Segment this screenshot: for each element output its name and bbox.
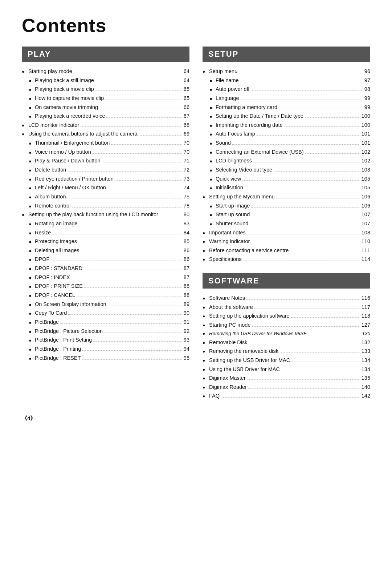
toc-label: How to capture the movie clip	[35, 94, 104, 103]
bullet-square: ■	[28, 319, 35, 326]
bullet-circle: ●	[203, 304, 209, 311]
bullet-circle: ●	[22, 68, 28, 75]
software-toc-list: ●Software Notes116●About the software117…	[203, 292, 370, 402]
toc-dots	[72, 279, 182, 279]
page-title: Contents	[22, 15, 370, 36]
toc-page: 89	[184, 300, 189, 309]
footer-text: 《4》	[22, 415, 370, 422]
bullet-square: ■	[28, 149, 35, 156]
toc-dots	[139, 135, 182, 136]
toc-label: Setting up the play back function using …	[28, 210, 158, 219]
toc-page: 140	[362, 383, 370, 392]
bullet-circle: ●	[203, 313, 209, 320]
toc-label: Copy To Card	[35, 309, 67, 318]
toc-page: 130	[362, 330, 370, 338]
bullet-square: ■	[28, 257, 35, 263]
toc-label: Setting up the application software	[209, 311, 290, 321]
bullet-square: ■	[28, 329, 35, 335]
bullet-square: ■	[28, 310, 35, 317]
bullet-square: ■	[209, 86, 216, 93]
toc-dots	[305, 153, 360, 154]
toc-dots	[81, 252, 182, 252]
toc-page: 93	[184, 335, 189, 345]
list-item: ■Start up sound107	[203, 210, 370, 219]
toc-page: 111	[362, 246, 370, 255]
toc-dots	[221, 397, 360, 398]
toc-dots	[243, 261, 360, 261]
bullet-square: ■	[28, 194, 35, 200]
toc-label: Protecting images	[35, 237, 77, 246]
list-item: ●LCD monitor indicator68	[22, 121, 189, 130]
list-item: ■Album button75	[22, 192, 189, 201]
toc-label: Setup menu	[209, 67, 237, 76]
list-item: ■Language99	[203, 94, 370, 103]
toc-page: 105	[362, 183, 370, 192]
bullet-square: ■	[209, 149, 216, 156]
toc-label: On Screen Display information	[35, 300, 106, 309]
list-item: ●Setting up the application software118	[203, 311, 370, 321]
toc-page: 107	[362, 210, 370, 219]
toc-page: 83	[184, 219, 189, 228]
toc-dots	[111, 144, 182, 145]
toc-label: Auto power off	[216, 85, 249, 94]
toc-dots	[257, 135, 360, 136]
toc-label: Using the USB Driver for MAC	[209, 365, 280, 374]
toc-dots	[84, 270, 182, 270]
play-section: PLAY ●Starting play mode64■Playing back …	[22, 47, 189, 402]
bullet-circle: ●	[22, 130, 28, 138]
toc-page: 67	[184, 112, 189, 121]
toc-label: Shutter sound	[216, 219, 248, 228]
list-item: ■PictBridge : Print Setting93	[22, 335, 189, 345]
toc-dots	[281, 371, 360, 371]
toc-dots	[232, 144, 360, 145]
toc-page: 64	[184, 67, 189, 76]
toc-dots	[253, 162, 360, 162]
list-item: ■Start up image106	[203, 201, 370, 210]
toc-label: Quick view	[216, 174, 241, 184]
toc-dots	[252, 326, 360, 327]
toc-dots	[250, 225, 360, 225]
toc-label: PictBridge	[35, 318, 59, 327]
bullet-circle: ●	[203, 295, 209, 302]
toc-page: 108	[362, 228, 370, 237]
bullet-square: ■	[28, 355, 35, 362]
toc-dots	[107, 189, 182, 189]
setup-section: SETUP ●Setup menu96■File name97■Auto pow…	[203, 47, 370, 265]
toc-page: 71	[184, 156, 189, 165]
list-item: ■Sound101	[203, 138, 370, 148]
toc-page: 74	[184, 183, 189, 192]
toc-dots	[251, 207, 360, 208]
bullet-square: ■	[209, 185, 216, 191]
toc-label: Setting up the Mycam menu	[209, 192, 275, 201]
list-item: ■PictBridge : RESET95	[22, 354, 189, 363]
list-item: ■PictBridge91	[22, 318, 189, 327]
toc-dots	[308, 335, 360, 335]
bullet-circle: ●	[22, 122, 28, 129]
bullet-circle: ●	[203, 375, 209, 382]
list-item: ●Setup menu96	[203, 67, 370, 76]
toc-label: Start up image	[216, 201, 250, 210]
toc-label: Important notes	[209, 228, 246, 237]
toc-label: Formatting a memory card	[216, 103, 277, 112]
toc-page: 84	[184, 228, 189, 237]
bullet-square: ■	[28, 185, 35, 191]
list-item: ■PictBridge : Picture Selection92	[22, 327, 189, 336]
toc-dots	[280, 353, 360, 353]
toc-page: 87	[184, 273, 189, 282]
bullet-circle: ●	[203, 322, 209, 329]
toc-label: Album button	[35, 192, 66, 201]
toc-label: Before contacting a service centre	[209, 246, 289, 255]
toc-label: LCD monitor indicator	[28, 121, 79, 130]
toc-page: 86	[184, 246, 189, 255]
bullet-square: ■	[209, 122, 216, 129]
toc-dots	[251, 243, 360, 243]
toc-dots	[79, 225, 182, 225]
list-item: ■Delete button72	[22, 165, 189, 174]
list-item: ■Initialisation105	[203, 183, 370, 192]
list-item: ■Auto Focus lamp101	[203, 129, 370, 138]
toc-page: 99	[364, 103, 370, 112]
toc-label: Delete button	[35, 165, 66, 174]
list-item: ■How to capture the movie clip65	[22, 94, 189, 103]
toc-page: 132	[362, 338, 370, 347]
bullet-square: ■	[209, 203, 216, 209]
